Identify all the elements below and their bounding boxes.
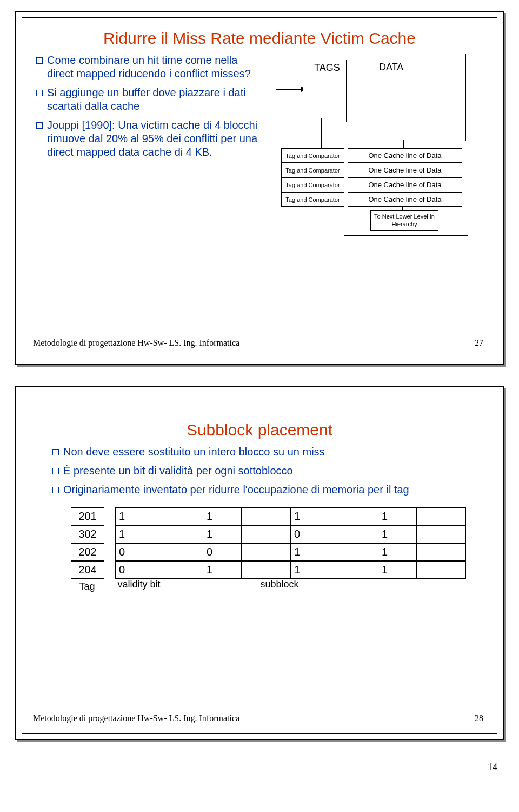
- cache-box: TAGS DATA: [303, 54, 466, 141]
- bullet-item: Come combinare un hit time come nella di…: [36, 54, 260, 81]
- cache-line: One Cache line of Data: [348, 163, 462, 177]
- bullet-list: Come combinare un hit time come nella di…: [33, 54, 260, 159]
- data-cell: [154, 543, 203, 561]
- valid-cell: 0: [115, 543, 154, 561]
- valid-cell: 0: [115, 561, 154, 579]
- bullet-item: Originariamente inventato per ridurre l'…: [52, 483, 475, 497]
- cache-line: One Cache line of Data: [348, 177, 462, 192]
- valid-cell: 1: [115, 525, 154, 543]
- slide-inner: Subblock placement Non deve essere sosti…: [22, 393, 497, 734]
- victim-row: Tag and Comparator One Cache line of Dat…: [281, 192, 462, 207]
- slide-title: Subblock placement: [22, 420, 497, 440]
- valid-cell: 1: [290, 561, 329, 579]
- valid-cell: 1: [378, 507, 416, 525]
- bullet-item: Non deve essere sostituito un intero blo…: [52, 445, 475, 459]
- tag-cell: 204: [71, 561, 104, 579]
- footer-left: Metodologie di progettazione Hw-Sw- LS. …: [33, 714, 239, 723]
- valid-cell: 1: [203, 507, 241, 525]
- valid-group: 1 1 1 1: [115, 507, 466, 525]
- data-cell: [241, 543, 290, 561]
- victim-row: Tag and Comparator One Cache line of Dat…: [281, 148, 462, 163]
- cache-line: One Cache line of Data: [348, 148, 462, 163]
- data-cell: [416, 561, 466, 579]
- line-icon: [403, 140, 404, 148]
- slide-footer: Metodologie di progettazione Hw-Sw- LS. …: [33, 714, 483, 723]
- column-right: TAGS DATA Tag and Comparator One Cache l…: [260, 54, 486, 259]
- slide-columns: Come combinare un hit time come nella di…: [22, 48, 497, 259]
- valid-group: 0 0 1 1: [115, 543, 466, 561]
- hierarchy-label: To Next Lower Level In Hierarchy: [370, 210, 438, 231]
- valid-cell: 1: [203, 561, 241, 579]
- footer-right: 27: [475, 338, 483, 348]
- bullet-item: È presente un bit di validità per ogni s…: [52, 464, 475, 478]
- slide-body: Non deve essere sostituito un intero blo…: [22, 440, 497, 595]
- tag-cell: 201: [71, 507, 104, 525]
- tag-comparator: Tag and Comparator: [281, 148, 344, 163]
- valid-cell: 1: [378, 525, 416, 543]
- valid-cell: 1: [290, 507, 329, 525]
- column-left: Come combinare un hit time come nella di…: [33, 54, 260, 259]
- table-row: 204 0 1 1 1: [71, 561, 475, 579]
- tag-label: Tag: [71, 579, 103, 595]
- validity-label: validity bit: [117, 579, 161, 595]
- arrow-icon: [276, 89, 306, 90]
- line-icon: [402, 207, 403, 210]
- valid-cell: 1: [378, 543, 416, 561]
- valid-group: 1 1 0 1: [115, 525, 466, 543]
- slide-2: Subblock placement Non deve essere sosti…: [15, 386, 504, 740]
- tag-comparator: Tag and Comparator: [281, 163, 344, 177]
- data-cell: [241, 525, 290, 543]
- data-cell: [329, 543, 378, 561]
- valid-cell: 1: [115, 507, 154, 525]
- bullet-item: Jouppi [1990]: Una victim cache di 4 blo…: [36, 118, 260, 159]
- data-cell: [416, 525, 466, 543]
- data-cell: [329, 525, 378, 543]
- valid-cell: 0: [290, 525, 329, 543]
- data-cell: [329, 507, 378, 525]
- valid-group: 0 1 1 1: [115, 561, 466, 579]
- valid-cell: 1: [203, 525, 241, 543]
- data-cell: [154, 507, 203, 525]
- valid-cell: 1: [290, 543, 329, 561]
- tag-cell: 302: [71, 525, 104, 543]
- tag-cell: 202: [71, 543, 104, 561]
- page-number: 14: [5, 762, 514, 773]
- tags-label: TAGS: [308, 60, 347, 122]
- label-row: Tag validity bit subblock: [71, 579, 475, 595]
- data-cell: [154, 525, 203, 543]
- subblock-table: 201 1 1 1 1 302 1 1 0 1: [71, 507, 475, 595]
- valid-cell: 0: [203, 543, 241, 561]
- valid-cell: 1: [378, 561, 416, 579]
- footer-right: 28: [475, 714, 483, 723]
- data-cell: [416, 543, 466, 561]
- bullet-item: Si aggiunge un buffer dove piazzare i da…: [36, 86, 260, 113]
- slide-1: Ridurre il Miss Rate mediante Victim Cac…: [15, 11, 504, 365]
- victim-row: Tag and Comparator One Cache line of Dat…: [281, 177, 462, 192]
- line-icon: [321, 118, 322, 148]
- data-label: DATA: [379, 62, 403, 73]
- table-row: 202 0 0 1 1: [71, 543, 475, 561]
- data-cell: [241, 561, 290, 579]
- table-row: 302 1 1 0 1: [71, 525, 475, 543]
- bullet-list: Non deve essere sostituito un intero blo…: [49, 445, 475, 497]
- data-cell: [416, 507, 466, 525]
- data-cell: [329, 561, 378, 579]
- slide-title: Ridurre il Miss Rate mediante Victim Cac…: [22, 29, 497, 48]
- subblock-label: subblock: [225, 579, 334, 595]
- victim-row: Tag and Comparator One Cache line of Dat…: [281, 163, 462, 177]
- table-row: 201 1 1 1 1: [71, 507, 475, 525]
- tag-comparator: Tag and Comparator: [281, 192, 344, 207]
- cache-line: One Cache line of Data: [348, 192, 462, 207]
- slide-footer: Metodologie di progettazione Hw-Sw- LS. …: [33, 338, 483, 348]
- victim-cache-diagram: TAGS DATA Tag and Comparator One Cache l…: [270, 54, 476, 259]
- slide-inner: Ridurre il Miss Rate mediante Victim Cac…: [22, 17, 497, 358]
- footer-left: Metodologie di progettazione Hw-Sw- LS. …: [33, 338, 239, 348]
- data-cell: [154, 561, 203, 579]
- tag-comparator: Tag and Comparator: [281, 177, 344, 192]
- data-cell: [241, 507, 290, 525]
